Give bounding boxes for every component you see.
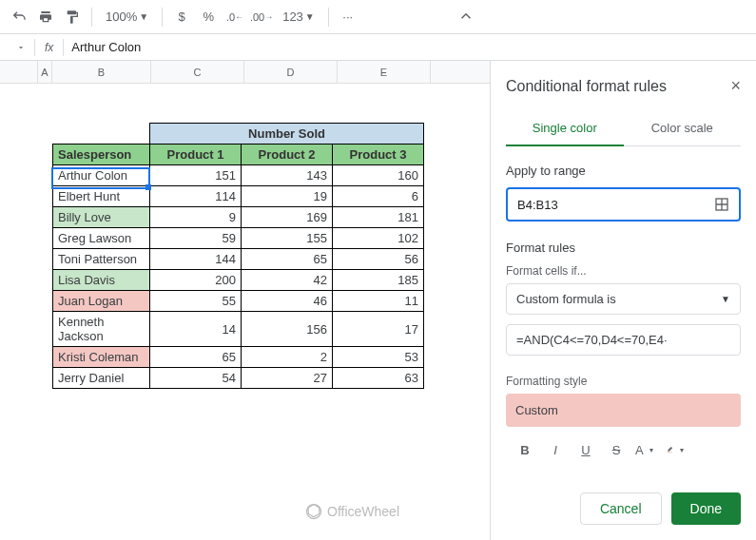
custom-formula-input[interactable]: =AND(C4<=70,D4<=70,E4· bbox=[506, 324, 741, 356]
style-toolbar: B I U S A▾ ▾ bbox=[506, 434, 741, 465]
more-icon[interactable]: ··· bbox=[337, 6, 359, 29]
formula-input[interactable]: Arthur Colon bbox=[64, 40, 141, 54]
format-condition-select[interactable]: Custom formula is ▼ bbox=[506, 283, 741, 315]
table-row[interactable]: Jerry Daniel542763 bbox=[53, 368, 424, 389]
underline-icon[interactable]: U bbox=[574, 438, 597, 461]
number-format-select[interactable]: 123▼ bbox=[277, 10, 320, 24]
toolbar: 100%▼ $ % .0← .00→ 123▼ ··· bbox=[0, 0, 756, 34]
col-header-a[interactable]: A bbox=[38, 61, 52, 83]
col-header-b[interactable]: B bbox=[52, 61, 151, 83]
range-input-wrapper bbox=[506, 187, 741, 222]
italic-icon[interactable]: I bbox=[544, 438, 567, 461]
fx-label: fx bbox=[35, 41, 63, 54]
select-all-corner[interactable] bbox=[0, 61, 38, 83]
column-headers: A B C D E bbox=[0, 61, 490, 84]
fill-color-icon[interactable]: ▾ bbox=[666, 438, 688, 461]
text-color-icon[interactable]: A▾ bbox=[635, 438, 658, 461]
range-input[interactable] bbox=[517, 198, 687, 212]
format-if-label: Format cells if... bbox=[506, 264, 741, 278]
watermark: OfficeWheel bbox=[304, 502, 399, 521]
paint-format-icon[interactable] bbox=[61, 6, 84, 29]
spreadsheet[interactable]: A B C D E Number SoldSalespersonProduct … bbox=[0, 61, 490, 540]
table-row[interactable]: Elbert Hunt114196 bbox=[53, 186, 424, 207]
strikethrough-icon[interactable]: S bbox=[605, 438, 628, 461]
formula-bar: fx Arthur Colon bbox=[0, 34, 756, 61]
undo-icon[interactable] bbox=[8, 6, 30, 29]
percent-icon[interactable]: % bbox=[197, 6, 220, 29]
table-row[interactable]: Lisa Davis20042185 bbox=[53, 270, 424, 291]
zoom-select[interactable]: 100%▼ bbox=[100, 10, 154, 24]
print-icon[interactable] bbox=[34, 6, 57, 29]
data-table[interactable]: Number SoldSalespersonProduct 1Product 2… bbox=[52, 123, 424, 389]
apply-range-label: Apply to range bbox=[506, 164, 741, 178]
tab-single-color[interactable]: Single color bbox=[506, 111, 624, 146]
table-row[interactable]: Toni Patterson1446556 bbox=[53, 249, 424, 270]
decrease-decimal-icon[interactable]: .0← bbox=[223, 6, 246, 29]
table-row[interactable]: Greg Lawson59155102 bbox=[53, 228, 424, 249]
formatting-style-label: Formatting style bbox=[506, 375, 741, 388]
bold-icon[interactable]: B bbox=[514, 438, 536, 461]
increase-decimal-icon[interactable]: .00→ bbox=[250, 6, 273, 29]
close-icon[interactable]: × bbox=[730, 76, 741, 96]
name-box-dropdown[interactable] bbox=[8, 34, 34, 61]
done-button[interactable]: Done bbox=[671, 492, 741, 525]
collapse-icon[interactable] bbox=[457, 8, 475, 28]
table-row[interactable]: Billy Love9169181 bbox=[53, 207, 424, 228]
sidebar-title: Conditional format rules bbox=[506, 78, 667, 95]
table-row[interactable]: Arthur Colon151143160 bbox=[53, 165, 424, 186]
col-header-c[interactable]: C bbox=[151, 61, 244, 83]
format-rules-label: Format rules bbox=[506, 241, 741, 255]
select-range-icon[interactable] bbox=[714, 197, 729, 212]
style-preview[interactable]: Custom bbox=[506, 394, 741, 427]
tab-color-scale[interactable]: Color scale bbox=[624, 111, 742, 145]
col-header-d[interactable]: D bbox=[244, 61, 338, 83]
cancel-button[interactable]: Cancel bbox=[580, 492, 662, 525]
currency-icon[interactable]: $ bbox=[170, 6, 193, 29]
table-row[interactable]: Kristi Coleman65253 bbox=[53, 347, 424, 368]
col-header-e[interactable]: E bbox=[338, 61, 431, 83]
conditional-format-sidebar: Conditional format rules × Single color … bbox=[490, 61, 756, 540]
table-row[interactable]: Kenneth Jackson1415617 bbox=[53, 312, 424, 347]
table-row[interactable]: Juan Logan554611 bbox=[53, 291, 424, 312]
